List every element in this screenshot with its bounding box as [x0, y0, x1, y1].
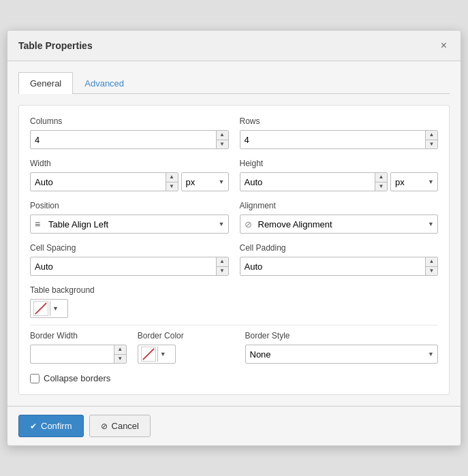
- svg-line-0: [35, 303, 46, 314]
- border-style-label: Border Style: [245, 331, 439, 340]
- dialog-title: Table Properties: [18, 40, 93, 51]
- cell-padding-label: Cell Padding: [240, 243, 439, 253]
- check-icon: ✔: [30, 422, 37, 431]
- rows-input-container: ▲ ▼: [240, 130, 439, 149]
- cell-padding-input-container: ▲ ▼: [240, 257, 439, 276]
- width-increment[interactable]: ▲: [166, 173, 178, 183]
- rows-increment[interactable]: ▲: [426, 131, 437, 140]
- height-increment[interactable]: ▲: [375, 173, 387, 183]
- border-color-arrow: ▼: [157, 347, 166, 362]
- alignment-group: Alignment Remove Alignment Left Center R…: [240, 201, 439, 234]
- alignment-label: Alignment: [240, 201, 439, 210]
- confirm-label: Confirm: [41, 421, 72, 431]
- svg-line-1: [143, 349, 154, 360]
- border-width-decrement[interactable]: ▼: [114, 355, 126, 364]
- table-background-color-button[interactable]: ▼: [30, 299, 68, 318]
- border-color-group: Border Color ▼: [138, 331, 234, 364]
- columns-label: Columns: [30, 116, 229, 126]
- border-width-spinner: ▲ ▼: [114, 345, 126, 363]
- dialog-footer: ✔ Confirm ⊘ Cancel: [7, 406, 461, 445]
- tab-advanced[interactable]: Advanced: [73, 72, 136, 94]
- rows-spinner: ▲ ▼: [425, 131, 437, 148]
- border-color-button[interactable]: ▼: [138, 345, 176, 364]
- border-style-select[interactable]: None Solid Dashed Dotted Double: [245, 345, 439, 364]
- columns-input-container: ▲ ▼: [30, 130, 229, 149]
- cell-spacing-input[interactable]: [31, 257, 216, 275]
- width-inline: ▲ ▼ px em % cm: [30, 172, 229, 191]
- table-background-label: Table background: [30, 285, 438, 295]
- width-spinner: ▲ ▼: [166, 173, 178, 191]
- background-row: Table background ▼: [30, 285, 438, 318]
- border-width-input[interactable]: [31, 345, 114, 363]
- height-spinner: ▲ ▼: [375, 173, 387, 191]
- columns-increment[interactable]: ▲: [217, 131, 228, 140]
- width-decrement[interactable]: ▼: [166, 183, 178, 191]
- border-color-swatch: [141, 347, 156, 362]
- rows-group: Rows ▲ ▼: [240, 116, 439, 149]
- confirm-button[interactable]: ✔ Confirm: [18, 415, 84, 437]
- cancel-button[interactable]: ⊘ Cancel: [89, 415, 151, 437]
- border-width-group: Border Width ▲ ▼: [30, 331, 127, 364]
- width-input[interactable]: [31, 173, 166, 191]
- height-decrement[interactable]: ▼: [375, 183, 387, 191]
- cell-padding-input[interactable]: [240, 257, 426, 275]
- border-style-select-wrapper: None Solid Dashed Dotted Double: [245, 345, 439, 364]
- collapse-borders-checkbox[interactable]: [30, 374, 40, 383]
- border-style-group: Border Style None Solid Dashed Dotted Do…: [245, 331, 439, 364]
- tabs-container: General Advanced: [18, 72, 450, 94]
- tab-general[interactable]: General: [18, 72, 73, 94]
- border-row: Border Width ▲ ▼ Border Color: [30, 331, 438, 364]
- cell-padding-increment[interactable]: ▲: [426, 257, 437, 267]
- table-background-group: Table background ▼: [30, 285, 438, 318]
- spacing-padding-row: Cell Spacing ▲ ▼ Cell Padding ▲: [30, 243, 438, 276]
- width-group: Width ▲ ▼ px em: [30, 159, 229, 191]
- height-unit-select-wrapper: px em % cm: [390, 172, 438, 191]
- collapse-borders-label[interactable]: Collapse borders: [44, 373, 110, 383]
- rows-input[interactable]: [240, 131, 426, 148]
- table-background-arrow: ▼: [50, 301, 59, 316]
- cell-spacing-group: Cell Spacing ▲ ▼: [30, 243, 229, 276]
- form-content: Columns ▲ ▼ Rows ▲: [18, 105, 450, 395]
- width-height-row: Width ▲ ▼ px em: [30, 159, 438, 191]
- table-background-swatch: [33, 301, 48, 316]
- cancel-icon: ⊘: [101, 422, 108, 431]
- rows-label: Rows: [240, 116, 439, 126]
- cell-spacing-increment[interactable]: ▲: [217, 257, 228, 267]
- border-width-input-container: ▲ ▼: [30, 345, 127, 364]
- columns-decrement[interactable]: ▼: [217, 140, 228, 149]
- close-button[interactable]: ×: [438, 39, 450, 52]
- border-width-label: Border Width: [30, 331, 127, 340]
- position-label: Position: [30, 201, 229, 210]
- width-unit-select-wrapper: px em % cm: [181, 172, 229, 191]
- columns-group: Columns ▲ ▼: [30, 116, 229, 149]
- height-input[interactable]: [240, 173, 375, 191]
- dialog-body: General Advanced Columns ▲ ▼: [7, 61, 461, 406]
- columns-spinner: ▲ ▼: [216, 131, 228, 148]
- height-unit-select[interactable]: px em % cm: [390, 172, 438, 191]
- table-properties-dialog: Table Properties × General Advanced Colu…: [7, 30, 461, 446]
- height-input-container: ▲ ▼: [240, 172, 388, 191]
- width-unit-select[interactable]: px em % cm: [181, 172, 229, 191]
- cancel-label: Cancel: [112, 421, 139, 431]
- height-inline: ▲ ▼ px em % cm: [240, 172, 439, 191]
- dialog-header: Table Properties ×: [7, 31, 461, 61]
- alignment-select[interactable]: Remove Alignment Left Center Right: [240, 215, 439, 234]
- columns-rows-row: Columns ▲ ▼ Rows ▲: [30, 116, 438, 149]
- height-label: Height: [240, 159, 439, 168]
- cell-padding-decrement[interactable]: ▼: [426, 267, 437, 276]
- cell-spacing-spinner: ▲ ▼: [216, 257, 228, 275]
- width-input-container: ▲ ▼: [30, 172, 178, 191]
- cell-spacing-decrement[interactable]: ▼: [217, 267, 228, 276]
- width-label: Width: [30, 159, 229, 168]
- cell-spacing-input-container: ▲ ▼: [30, 257, 229, 276]
- position-alignment-row: Position Table Align Left Table Align Ce…: [30, 201, 438, 234]
- section-divider: [30, 325, 438, 326]
- columns-input[interactable]: [31, 131, 216, 148]
- rows-decrement[interactable]: ▼: [426, 140, 437, 149]
- border-color-label: Border Color: [138, 331, 234, 340]
- border-width-increment[interactable]: ▲: [114, 345, 126, 355]
- cell-padding-spinner: ▲ ▼: [425, 257, 437, 275]
- position-select-wrapper: Table Align Left Table Align Center Tabl…: [30, 215, 229, 234]
- cell-spacing-label: Cell Spacing: [30, 243, 229, 253]
- position-select[interactable]: Table Align Left Table Align Center Tabl…: [30, 215, 229, 234]
